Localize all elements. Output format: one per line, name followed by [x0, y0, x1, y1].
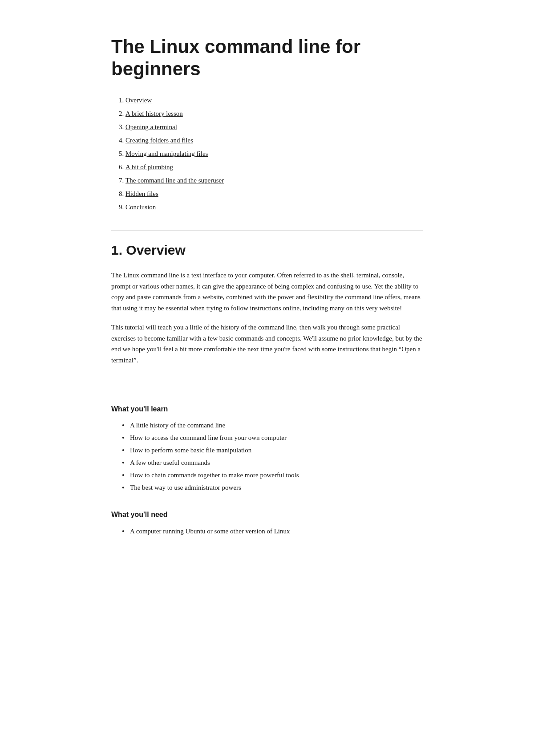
- learn-item-5-text: How to chain commands together to make m…: [130, 471, 299, 479]
- learn-item-3-text: How to perform some basic file manipulat…: [130, 447, 251, 454]
- learn-item-4-text: A few other useful commands: [130, 459, 210, 466]
- learn-item-6-text: The best way to use administrator powers: [130, 484, 241, 491]
- toc-item-2: A brief history lesson: [125, 108, 423, 119]
- toc-link-8[interactable]: Hidden files: [125, 190, 158, 197]
- what-you-need-title: What you'll need: [111, 509, 423, 520]
- learn-item-6: The best way to use administrator powers: [122, 482, 423, 493]
- page-title: The Linux command line for beginners: [111, 36, 423, 81]
- learn-item-1: A little history of the command line: [122, 420, 423, 431]
- what-you-learn-title: What you'll learn: [111, 403, 423, 415]
- toc-item-5: Moving and manipulating files: [125, 148, 423, 159]
- learn-item-4: A few other useful commands: [122, 457, 423, 468]
- toc-item-8: Hidden files: [125, 188, 423, 199]
- spacer: [111, 374, 423, 387]
- toc-link-6[interactable]: A bit of plumbing: [125, 163, 173, 171]
- toc-link-9[interactable]: Conclusion: [125, 203, 156, 211]
- what-you-need-list: A computer running Ubuntu or some other …: [111, 526, 423, 537]
- toc-link-4[interactable]: Creating folders and files: [125, 137, 193, 144]
- learn-item-3: How to perform some basic file manipulat…: [122, 445, 423, 455]
- learn-item-2-text: How to access the command line from your…: [130, 434, 287, 441]
- toc-item-4: Creating folders and files: [125, 135, 423, 146]
- overview-para1: The Linux command line is a text interfa…: [111, 270, 423, 314]
- overview-title: 1. Overview: [111, 230, 423, 261]
- learn-item-1-text: A little history of the command line: [130, 422, 225, 429]
- need-item-1-text: A computer running Ubuntu or some other …: [130, 528, 290, 535]
- what-you-learn-list: A little history of the command line How…: [111, 420, 423, 493]
- learn-item-2: How to access the command line from your…: [122, 432, 423, 443]
- table-of-contents: Overview A brief history lesson Opening …: [111, 95, 423, 212]
- toc-item-9: Conclusion: [125, 202, 423, 212]
- toc-link-3[interactable]: Opening a terminal: [125, 123, 177, 130]
- toc-link-7[interactable]: The command line and the superuser: [125, 177, 224, 184]
- toc-link-5[interactable]: Moving and manipulating files: [125, 150, 208, 157]
- toc-item-7: The command line and the superuser: [125, 175, 423, 186]
- need-item-1: A computer running Ubuntu or some other …: [122, 526, 423, 537]
- toc-item-1: Overview: [125, 95, 423, 106]
- toc-item-3: Opening a terminal: [125, 122, 423, 132]
- toc-link-1[interactable]: Overview: [125, 97, 152, 104]
- learn-item-5: How to chain commands together to make m…: [122, 470, 423, 480]
- toc-link-2[interactable]: A brief history lesson: [125, 110, 183, 117]
- toc-item-6: A bit of plumbing: [125, 162, 423, 172]
- overview-section: 1. Overview The Linux command line is a …: [111, 230, 423, 537]
- overview-para2: This tutorial will teach you a little of…: [111, 322, 423, 366]
- page-container: The Linux command line for beginners Ove…: [76, 0, 458, 576]
